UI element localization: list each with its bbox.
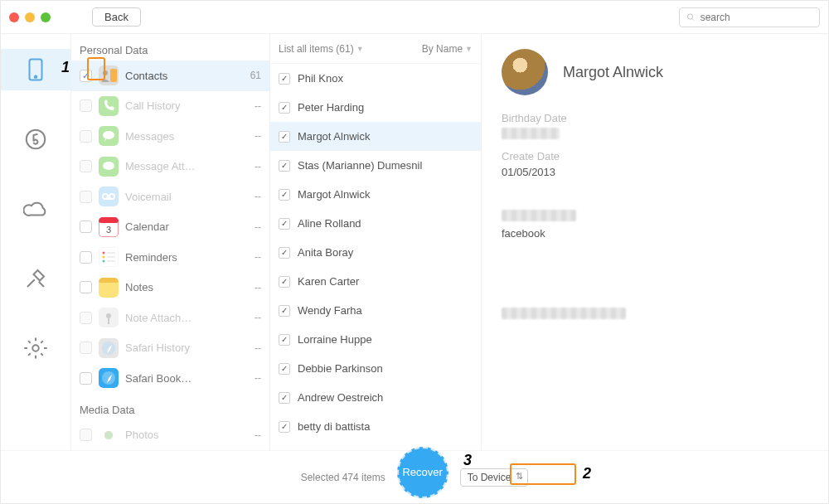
nav-music[interactable]: [1, 119, 71, 160]
category-checkbox[interactable]: [80, 312, 92, 324]
item-checkbox[interactable]: ✓: [279, 421, 290, 433]
list-item[interactable]: ✓Anita Boray: [270, 238, 481, 267]
item-checkbox[interactable]: ✓: [279, 160, 290, 172]
item-checkbox[interactable]: ✓: [279, 218, 290, 230]
category-reminders[interactable]: Reminders --: [71, 242, 269, 273]
create-date-label: Create Date: [502, 150, 808, 162]
category-checkbox[interactable]: [80, 251, 92, 264]
zoom-icon[interactable]: [41, 12, 51, 22]
list-item[interactable]: ✓Phil Knox: [270, 64, 481, 93]
items-list[interactable]: ✓Phil Knox✓Peter Harding✓Margot Alnwick✓…: [270, 64, 481, 441]
category-count: --: [255, 312, 261, 323]
nav-phone[interactable]: [1, 49, 71, 90]
svg-rect-19: [99, 217, 119, 223]
category-checkbox[interactable]: [80, 99, 92, 112]
list-item[interactable]: ✓Andrew Oestreich: [270, 383, 481, 412]
item-label: Margot Alnwick: [298, 188, 370, 201]
category-checkbox[interactable]: [80, 191, 92, 203]
svg-text:3: 3: [106, 225, 111, 235]
sort-dropdown[interactable]: By Name▼: [422, 43, 473, 55]
category-calendar[interactable]: 3 Calendar --: [71, 212, 269, 243]
category-count: --: [255, 161, 261, 172]
category-checkbox[interactable]: ✓: [80, 70, 92, 82]
svg-rect-29: [99, 278, 119, 283]
item-checkbox[interactable]: ✓: [279, 334, 290, 346]
safari-icon: [99, 368, 119, 388]
category-photos[interactable]: Photos --: [71, 420, 269, 451]
recover-button[interactable]: Recover: [397, 447, 448, 498]
category-checkbox[interactable]: [80, 220, 92, 233]
item-label: Margot Alnwick: [298, 130, 370, 143]
item-checkbox[interactable]: ✓: [279, 363, 290, 375]
category-call-history[interactable]: Call History --: [71, 91, 269, 122]
category-voicemail[interactable]: Voicemail --: [71, 182, 269, 212]
item-checkbox[interactable]: ✓: [279, 131, 290, 143]
destination-select[interactable]: To Device: [460, 468, 529, 487]
item-checkbox[interactable]: ✓: [279, 247, 290, 259]
item-checkbox[interactable]: ✓: [279, 73, 290, 85]
svg-line-1: [692, 18, 694, 20]
category-label: Calendar: [125, 220, 248, 233]
nav-settings[interactable]: [1, 327, 71, 369]
list-item[interactable]: ✓Aline Rolland: [270, 209, 481, 238]
back-button[interactable]: Back: [92, 7, 141, 27]
search-input[interactable]: [701, 12, 812, 23]
item-label: Phil Knox: [298, 72, 343, 85]
svg-point-22: [103, 252, 105, 254]
birthday-label: Birthday Date: [502, 112, 808, 124]
phone-icon: [23, 57, 48, 82]
category-notes[interactable]: Notes --: [71, 273, 269, 303]
category-message-attachments[interactable]: Message Att… --: [71, 152, 269, 182]
category-safari-bookmarks[interactable]: Safari Book… --: [71, 363, 269, 394]
list-item[interactable]: ✓Margot Alnwick: [270, 122, 481, 151]
list-filter-dropdown[interactable]: List all items (61)▼: [279, 43, 364, 55]
item-checkbox[interactable]: ✓: [279, 305, 290, 317]
category-checkbox[interactable]: [80, 281, 92, 293]
list-item[interactable]: ✓Karen Carter: [270, 267, 481, 296]
list-item[interactable]: ✓Debbie Parkinson: [270, 354, 481, 383]
category-note-attachments[interactable]: Note Attach… --: [71, 303, 269, 333]
category-label: Safari History: [125, 342, 248, 354]
list-item[interactable]: ✓Lorraine Huppe: [270, 325, 481, 354]
item-checkbox[interactable]: ✓: [279, 189, 290, 201]
item-checkbox[interactable]: ✓: [279, 102, 290, 114]
social-label: facebook: [502, 227, 808, 240]
category-checkbox[interactable]: [80, 160, 92, 172]
item-label: Aline Rolland: [298, 217, 361, 230]
item-checkbox[interactable]: ✓: [279, 276, 290, 288]
photos-icon: [99, 425, 119, 445]
search-field[interactable]: [679, 7, 820, 27]
svg-point-31: [106, 313, 111, 318]
items-header: List all items (61)▼ By Name▼: [270, 34, 481, 64]
list-item[interactable]: ✓Margot Alnwick: [270, 180, 481, 209]
list-item[interactable]: ✓betty di battista: [270, 412, 481, 441]
category-label: Safari Book…: [125, 372, 248, 385]
minimize-icon[interactable]: [25, 12, 35, 22]
reminders-icon: [99, 247, 119, 267]
svg-point-0: [687, 13, 692, 18]
chat-icon: [99, 157, 119, 177]
list-item[interactable]: ✓Stas (Marianne) Dumesnil: [270, 151, 481, 180]
list-item[interactable]: ✓Peter Harding: [270, 93, 481, 122]
footer: Selected 474 items Recover To Device: [1, 450, 828, 503]
list-item[interactable]: ✓Wendy Farha: [270, 296, 481, 325]
category-count: --: [255, 372, 261, 384]
close-icon[interactable]: [9, 12, 19, 22]
category-messages[interactable]: Messages --: [71, 121, 269, 152]
category-label: Message Att…: [125, 160, 248, 172]
nav-cloud[interactable]: [1, 188, 71, 230]
item-label: Karen Carter: [298, 275, 359, 288]
contact-name: Margot Alnwick: [563, 64, 663, 81]
contacts-icon: [99, 65, 119, 85]
category-checkbox[interactable]: [80, 372, 92, 385]
item-checkbox[interactable]: ✓: [279, 392, 290, 404]
category-label: Call History: [125, 99, 248, 112]
category-contacts[interactable]: ✓ Contacts 61: [71, 61, 269, 91]
svg-point-7: [103, 70, 108, 75]
category-checkbox[interactable]: [80, 429, 92, 441]
category-checkbox[interactable]: [80, 130, 92, 143]
birthday-value: [502, 128, 808, 142]
nav-tools[interactable]: [1, 258, 71, 299]
category-safari-history[interactable]: Safari History --: [71, 333, 269, 364]
category-checkbox[interactable]: [80, 342, 92, 354]
